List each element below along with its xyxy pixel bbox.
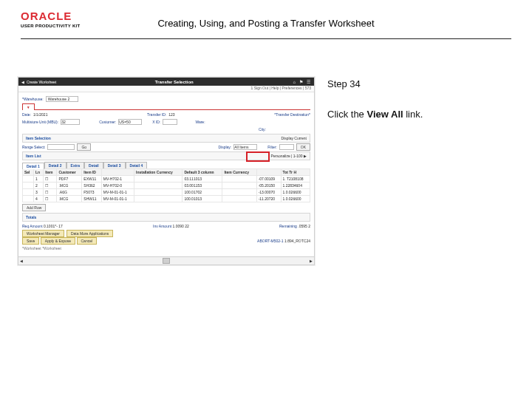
col-header: Ln [33, 169, 43, 176]
footer-right-label: ABORT-M502-1 [257, 239, 283, 243]
go-button[interactable]: Go [77, 143, 91, 151]
display-current: Display Current [282, 136, 307, 140]
sub-bar: 1 Sign Out | Help | Preferences | 573 [18, 86, 314, 92]
instruction-panel: Step 34 Click the View All link. [327, 78, 423, 120]
item-selection-header: Item Selection [26, 136, 51, 140]
step-number: Step 34 [327, 78, 423, 89]
items-table: SelLnItemCustomerItem IDInstallation Cur… [22, 168, 310, 202]
section-tab: ▾ [22, 103, 35, 110]
col-header: Tot Tr H [281, 169, 310, 176]
req-amount-label: Req Amount [22, 224, 43, 228]
display-label: Display: [218, 145, 231, 149]
xid-input[interactable] [163, 119, 177, 125]
tab-detail-1[interactable]: Detail 1 [22, 163, 44, 169]
footer-right-value: 1:894_ROTC24 [284, 239, 310, 243]
back-label[interactable]: Create Worksheet [27, 80, 56, 84]
cancel-button[interactable]: Cancel [77, 237, 98, 245]
display-select[interactable]: All Items [233, 144, 257, 150]
multistore-label: Multistore Unit (MBU): [22, 120, 58, 124]
item-tabs: Detail 1 Detail 2 Extra Detail Detail 3 … [22, 162, 310, 168]
tab-extra[interactable]: Extra [66, 162, 85, 168]
footer-links[interactable]: *Worksheet *Worksheet [22, 246, 61, 250]
apply-button[interactable]: Apply & Expose [41, 237, 75, 245]
tab-detail-2[interactable]: Detail 2 [44, 162, 66, 168]
col-header: Item ID [82, 169, 102, 176]
tab-detail[interactable]: Detail [84, 162, 103, 168]
col-header: Item Currency [222, 169, 256, 176]
tab-detail-3[interactable]: Detail 3 [103, 162, 126, 168]
col-header: Sel [23, 169, 34, 176]
multistore-input[interactable]: 32 [61, 119, 80, 125]
step-text: Click the View All link. [327, 109, 423, 120]
range-select-input[interactable] [47, 144, 75, 150]
home-icon[interactable]: ⌂ [293, 80, 296, 84]
remaining-value: .0595 [298, 224, 307, 228]
worksheet-manager-button[interactable]: Worksheet Manager [22, 230, 64, 237]
transfer-id-label: Transfer ID: [147, 112, 166, 117]
date-label: Date: [22, 112, 31, 117]
transfer-dest-label: *Transfer Destination* [274, 112, 310, 117]
add-row-button[interactable]: Add Row [22, 204, 46, 211]
app-title-bar: ◀ Create Worksheet Transfer Selection ⌂ … [18, 78, 314, 86]
save-button[interactable]: Save [22, 237, 39, 245]
customer-label: Customer: [99, 120, 116, 124]
view-all-link[interactable]: Personalize | 1-100 ▶ [271, 154, 307, 158]
filter-input[interactable] [279, 144, 294, 150]
horizontal-scrollbar[interactable]: ◀▶ [18, 256, 314, 265]
col-header: Item [44, 169, 57, 176]
inv-amount-label: Inv Amount [153, 224, 171, 228]
app-screenshot: ◀ Create Worksheet Transfer Selection ⌂ … [18, 77, 315, 265]
range-select-label: Range Select: [22, 145, 45, 149]
transfer-id-value: 123 [168, 112, 174, 117]
tab-detail-4[interactable]: Detail 4 [126, 162, 148, 168]
col-header: Default 3 column [183, 169, 222, 176]
oracle-logo: ORACLE USER PRODUCTIVITY KIT [21, 10, 81, 28]
xid-label: X ID: [152, 120, 160, 124]
warehouse-label: *Warehouse: [22, 97, 44, 101]
col-header [256, 169, 281, 176]
req-amount-value: 0.1001*- [44, 224, 58, 228]
highlight-box [246, 151, 270, 162]
filter-label: Filter: [267, 145, 277, 149]
menu-icon[interactable]: ☰ [307, 79, 310, 84]
col-header [101, 169, 134, 176]
item-list-header: Item List [26, 154, 41, 158]
screen-title: Transfer Selection [58, 80, 290, 84]
city-label: City: [259, 127, 266, 132]
remaining-label: Remaining [279, 224, 297, 228]
table-row[interactable]: 1☐PDF7EXW11MV-H702-103.111013-07.001091.… [23, 176, 310, 183]
view-all-link-ref: View All [366, 109, 403, 120]
back-chevron-icon[interactable]: ◀ [21, 80, 24, 84]
flag-icon[interactable]: ⚑ [299, 79, 303, 84]
page-header: ORACLE USER PRODUCTIVITY KIT Creating, U… [0, 0, 532, 43]
col-header: Installation Currency [134, 169, 183, 176]
data-more-button[interactable]: Data More Applications [66, 230, 113, 237]
inv-amount-value: 1.0090 [172, 224, 183, 228]
ok-button[interactable]: OK [296, 143, 310, 151]
warehouse-input[interactable]: Warehouse 2 [46, 96, 78, 102]
table-row[interactable]: 2☐.MCGSH362MV-H702-003.001153-05.201501.… [23, 183, 310, 189]
totals-header: Totals [26, 215, 36, 219]
table-row[interactable]: 4☐.MCGSHW11MV-M-01-01-1100.01013-11.2072… [23, 196, 310, 202]
col-header: Customer [57, 169, 82, 176]
date-value: 1/1/2021 [33, 112, 47, 117]
customer-input[interactable]: US=50 [118, 119, 142, 125]
ware-label: Ware: [195, 120, 205, 124]
table-row[interactable]: 3☐.A6GF5073MV-M-01-01-1100.01702-13.0007… [23, 189, 310, 196]
